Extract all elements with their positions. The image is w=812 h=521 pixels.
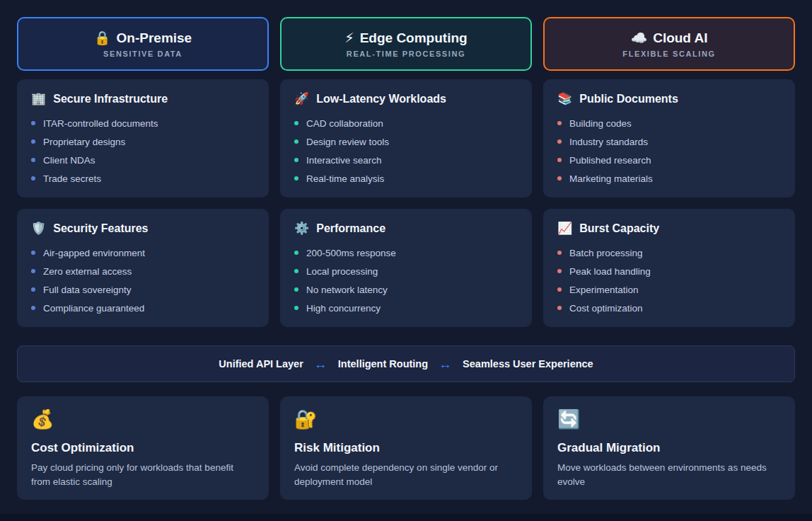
bullet-dot bbox=[294, 251, 298, 255]
card-risk-mitigation: 🔐 Risk Mitigation Avoid complete depende… bbox=[280, 396, 532, 500]
list-item-text: Air-gapped environment bbox=[43, 248, 145, 258]
list-item: Real-time analysis bbox=[294, 169, 518, 188]
bullet-dot bbox=[31, 139, 35, 144]
connector-bar: Unified API Layer ↔ Intelligent Routing … bbox=[17, 345, 795, 382]
bullet-dot bbox=[294, 139, 298, 144]
header-cloud-subtitle: FLEXIBLE SCALING bbox=[622, 50, 715, 58]
bullet-dot bbox=[557, 269, 562, 273]
list-item: Batch processing bbox=[557, 244, 781, 262]
list-item-text: Published research bbox=[569, 155, 651, 166]
list-item: Marketing materials bbox=[557, 169, 781, 188]
bullet-dot bbox=[557, 287, 562, 292]
list-item: Client NDAs bbox=[31, 151, 255, 169]
list-item: High concurrency bbox=[294, 299, 518, 317]
list-item-text: Trade secrets bbox=[43, 173, 101, 184]
list-item-text: Zero external access bbox=[43, 266, 132, 277]
bullet-dot bbox=[31, 251, 35, 255]
card-title-text: Secure Infrastructure bbox=[53, 93, 168, 105]
list-item: Peak load handling bbox=[557, 262, 781, 280]
list-item-text: Interactive search bbox=[306, 155, 382, 166]
list-item-text: Peak load handling bbox=[569, 266, 651, 277]
list-item-text: Building codes bbox=[569, 118, 632, 129]
card-performance: ⚙️ Performance 200-500ms response Local … bbox=[280, 209, 532, 327]
bullet-dot bbox=[31, 121, 35, 125]
bullet-dot bbox=[31, 287, 35, 292]
bullet-dot bbox=[294, 176, 298, 181]
header-on-premise: 🔒 On-Premise SENSITIVE DATA bbox=[17, 17, 269, 71]
cycle-arrows-icon: 🔄 bbox=[557, 408, 781, 430]
list-item-text: Proprietary designs bbox=[43, 137, 125, 147]
list-item: Full data sovereignty bbox=[31, 280, 255, 299]
list-item-text: Experimentation bbox=[569, 285, 639, 295]
hybrid-architecture-diagram: 🔒 On-Premise SENSITIVE DATA ⚡ Edge Compu… bbox=[0, 0, 812, 500]
list-item: Local processing bbox=[294, 262, 518, 280]
list-item: 200-500ms response bbox=[294, 244, 518, 262]
benefit-title: Gradual Migration bbox=[557, 441, 781, 455]
books-icon: 📚 bbox=[557, 91, 572, 106]
cloud-icon: ☁️ bbox=[630, 30, 647, 46]
card-gradual-migration: 🔄 Gradual Migration Move workloads betwe… bbox=[543, 396, 795, 500]
card-title: 🚀 Low-Latency Workloads bbox=[294, 91, 518, 106]
list-item-text: Local processing bbox=[306, 266, 378, 277]
card-public-documents: 📚 Public Documents Building codes Indust… bbox=[543, 79, 795, 197]
card-title-text: Low-Latency Workloads bbox=[316, 93, 446, 105]
benefit-description: Move workloads between environments as n… bbox=[557, 461, 781, 488]
list-item: Experimentation bbox=[557, 280, 781, 299]
card-burst-capacity: 📈 Burst Capacity Batch processing Peak l… bbox=[543, 209, 795, 327]
gear-icon: ⚙️ bbox=[294, 221, 309, 236]
header-cloud-title: ☁️ Cloud AI bbox=[630, 30, 707, 46]
money-bag-icon: 💰 bbox=[31, 408, 255, 430]
list-item-text: Design review tools bbox=[306, 137, 389, 147]
list-item-text: Industry standards bbox=[569, 137, 648, 147]
list-item: Proprietary designs bbox=[31, 132, 255, 151]
header-title-text: Cloud AI bbox=[653, 30, 707, 46]
card-title-text: Security Features bbox=[53, 222, 148, 235]
list-item: ITAR-controlled documents bbox=[31, 114, 255, 132]
list-item-text: Real-time analysis bbox=[306, 173, 384, 184]
card-low-latency-workloads: 🚀 Low-Latency Workloads CAD collaboratio… bbox=[280, 79, 532, 197]
shield-icon: 🛡️ bbox=[31, 221, 46, 236]
header-cloud-ai: ☁️ Cloud AI FLEXIBLE SCALING bbox=[543, 17, 795, 71]
list-item: Zero external access bbox=[31, 262, 255, 280]
card-title: 🏢 Secure Infrastructure bbox=[31, 91, 255, 106]
bullet-dot bbox=[557, 306, 562, 310]
office-building-icon: 🏢 bbox=[31, 91, 46, 106]
bullet-dot bbox=[294, 121, 298, 125]
bullet-dot bbox=[557, 176, 562, 181]
list-item-text: Compliance guaranteed bbox=[43, 303, 144, 314]
list-item-text: Client NDAs bbox=[43, 155, 95, 166]
card-cost-optimization: 💰 Cost Optimization Pay cloud pricing on… bbox=[17, 396, 269, 500]
header-title-text: On-Premise bbox=[117, 30, 192, 46]
list-item: CAD collaboration bbox=[294, 114, 518, 132]
bullet-dot bbox=[294, 158, 298, 162]
lock-icon: 🔒 bbox=[94, 30, 111, 46]
header-on-premise-subtitle: SENSITIVE DATA bbox=[103, 50, 182, 58]
card-title-text: Performance bbox=[316, 222, 385, 235]
list-item-text: High concurrency bbox=[306, 303, 381, 314]
list-item-text: 200-500ms response bbox=[306, 248, 396, 258]
feature-cards-row-1: 🏢 Secure Infrastructure ITAR-controlled … bbox=[17, 79, 795, 197]
list-item: Compliance guaranteed bbox=[31, 299, 255, 317]
list-item: Published research bbox=[557, 151, 781, 169]
connector-label-seamless-ux: Seamless User Experience bbox=[463, 358, 593, 370]
feature-cards-row-2: 🛡️ Security Features Air-gapped environm… bbox=[17, 209, 795, 327]
header-edge-computing: ⚡ Edge Computing REAL-TIME PROCESSING bbox=[280, 17, 532, 71]
lightning-icon: ⚡ bbox=[344, 30, 354, 46]
card-secure-infrastructure: 🏢 Secure Infrastructure ITAR-controlled … bbox=[17, 79, 269, 197]
benefit-cards-row: 💰 Cost Optimization Pay cloud pricing on… bbox=[17, 396, 795, 500]
header-row: 🔒 On-Premise SENSITIVE DATA ⚡ Edge Compu… bbox=[17, 17, 795, 71]
bullet-dot bbox=[557, 158, 562, 162]
benefit-title: Cost Optimization bbox=[31, 441, 255, 455]
left-right-arrow-icon: ↔ bbox=[439, 357, 452, 371]
bullet-dot bbox=[294, 306, 298, 310]
bullet-dot bbox=[31, 158, 35, 162]
list-item-text: ITAR-controlled documents bbox=[43, 118, 158, 129]
header-on-premise-title: 🔒 On-Premise bbox=[94, 30, 192, 46]
list-item: Cost optimization bbox=[557, 299, 781, 317]
connector-label-intelligent-routing: Intelligent Routing bbox=[338, 358, 428, 370]
bullet-dot bbox=[31, 176, 35, 181]
chart-increasing-icon: 📈 bbox=[557, 221, 572, 236]
list-item: Building codes bbox=[557, 114, 781, 132]
rocket-icon: 🚀 bbox=[294, 91, 309, 106]
card-title-text: Burst Capacity bbox=[579, 222, 659, 235]
